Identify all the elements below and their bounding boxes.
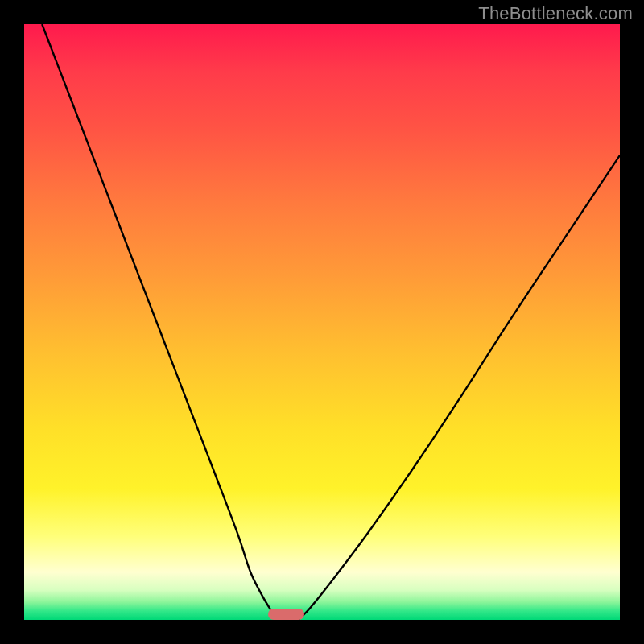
bottleneck-curve [24,24,620,620]
optimal-range-marker [268,609,303,620]
curve-right-branch [298,155,620,620]
chart-plot-area [24,24,620,620]
chart-frame: TheBottleneck.com [0,0,644,644]
watermark-text: TheBottleneck.com [478,3,633,24]
curve-left-branch [42,24,277,620]
